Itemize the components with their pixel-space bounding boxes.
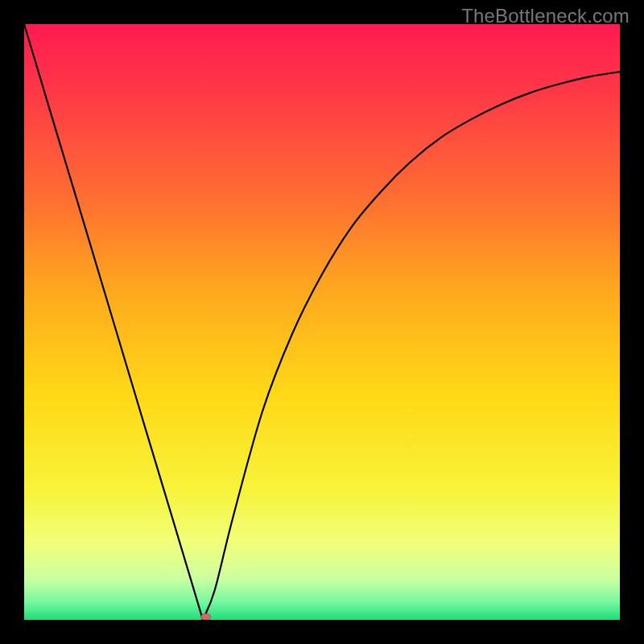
watermark-text: TheBottleneck.com	[461, 5, 630, 27]
notch-marker	[201, 613, 211, 620]
chart-frame	[24, 24, 620, 620]
bottleneck-chart	[24, 24, 620, 620]
